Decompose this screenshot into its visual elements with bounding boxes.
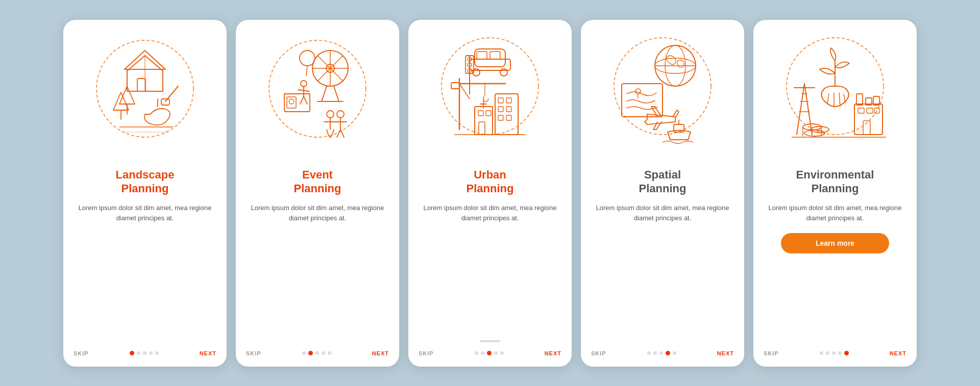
skip-button-spatial[interactable]: SKIP — [591, 350, 606, 356]
svg-line-42 — [306, 66, 307, 76]
card-body-landscape: Lorem ipsum dolor sit dim amet, mea regi… — [78, 203, 212, 224]
dot-4 — [494, 351, 498, 355]
dot-3 — [143, 351, 146, 355]
card-content-environmental: Environmental Planning Lorem ipsum dolor… — [753, 168, 917, 344]
illustration-spatial — [581, 20, 744, 168]
skip-button-event[interactable]: SKIP — [246, 350, 261, 356]
card-content-spatial: Spatial Planning Lorem ipsum dolor sit d… — [581, 168, 744, 344]
card-title-environmental: Environmental Planning — [796, 168, 874, 196]
next-button-spatial[interactable]: NEXT — [717, 350, 734, 356]
dot-2 — [308, 351, 313, 355]
skip-button-landscape[interactable]: SKIP — [74, 350, 89, 356]
next-button-landscape[interactable]: NEXT — [200, 350, 216, 356]
card-content-urban: Urban Planning Lorem ipsum dolor sit dim… — [408, 168, 572, 336]
card-content-event: Event Planning Lorem ipsum dolor sit dim… — [236, 168, 399, 344]
next-button-environmental[interactable]: NEXT — [890, 350, 906, 356]
svg-point-41 — [300, 50, 315, 66]
svg-point-38 — [327, 111, 334, 118]
svg-point-80 — [635, 89, 641, 94]
skip-button-urban[interactable]: SKIP — [419, 350, 434, 356]
card-body-event: Lorem ipsum dolor sit dim amet, mea regi… — [250, 203, 385, 224]
svg-point-28 — [301, 81, 307, 87]
card-title-landscape: Landscape Planning — [116, 168, 175, 196]
dot-2 — [653, 351, 657, 355]
dot-4 — [666, 351, 670, 355]
dot-3 — [315, 351, 319, 355]
card-urban: Urban Planning Lorem ipsum dolor sit dim… — [408, 20, 572, 367]
dot-5 — [500, 351, 504, 355]
svg-line-31 — [300, 96, 304, 104]
dot-1 — [820, 351, 823, 355]
svg-line-86 — [827, 94, 829, 103]
svg-point-27 — [289, 99, 294, 104]
svg-rect-95 — [867, 108, 873, 113]
svg-rect-66 — [506, 115, 511, 120]
card-title-urban: Urban Planning — [467, 168, 514, 196]
dots-environmental — [820, 351, 849, 355]
next-button-event[interactable]: NEXT — [372, 350, 389, 356]
illustration-event — [236, 20, 399, 168]
illustration-environmental — [753, 20, 917, 168]
dot-4 — [838, 351, 842, 355]
dot-4 — [322, 351, 325, 355]
card-body-environmental: Lorem ipsum dolor sit dim amet, mea regi… — [768, 203, 902, 224]
card-event: Event Planning Lorem ipsum dolor sit dim… — [236, 20, 399, 367]
next-button-urban[interactable]: NEXT — [545, 350, 561, 356]
svg-line-57 — [459, 84, 470, 99]
dot-3 — [487, 351, 492, 355]
dot-1 — [475, 351, 478, 355]
svg-rect-94 — [858, 108, 864, 113]
card-landscape: Landscape Planning Lorem ipsum dolor sit… — [63, 20, 227, 367]
dot-5 — [844, 351, 849, 355]
svg-rect-63 — [498, 107, 503, 112]
svg-rect-91 — [856, 94, 863, 105]
dot-1 — [647, 351, 651, 355]
svg-rect-61 — [498, 98, 503, 103]
svg-line-36 — [337, 130, 340, 137]
illustration-landscape — [63, 20, 227, 168]
card-title-event: Event Planning — [294, 168, 341, 196]
card-title-spatial: Spatial Planning — [639, 168, 687, 196]
card-body-urban: Lorem ipsum dolor sit dim amet, mea regi… — [423, 203, 557, 224]
card-content-landscape: Landscape Planning Lorem ipsum dolor sit… — [63, 168, 227, 344]
cards-container: Landscape Planning Lorem ipsum dolor sit… — [43, 5, 937, 382]
dots-urban — [475, 351, 504, 355]
dots-spatial — [647, 351, 676, 355]
svg-rect-59 — [451, 83, 459, 89]
dot-5 — [673, 351, 676, 355]
card-body-spatial: Lorem ipsum dolor sit dim amet, mea regi… — [595, 203, 730, 224]
svg-line-37 — [340, 130, 344, 137]
card-footer-event: SKIP NEXT — [236, 344, 399, 356]
dot-3 — [832, 351, 836, 355]
scroll-indicator-urban — [480, 340, 500, 342]
card-environmental: Environmental Planning Lorem ipsum dolor… — [753, 20, 917, 367]
dots-event — [302, 351, 331, 355]
svg-rect-69 — [478, 111, 483, 116]
dots-landscape — [130, 351, 159, 355]
dot-4 — [149, 351, 153, 355]
dot-2 — [826, 351, 829, 355]
svg-line-88 — [839, 93, 840, 107]
dot-5 — [328, 351, 331, 355]
card-footer-landscape: SKIP NEXT — [63, 344, 227, 356]
svg-rect-26 — [287, 97, 296, 108]
svg-line-21 — [322, 86, 327, 101]
svg-point-14 — [269, 40, 366, 137]
svg-rect-64 — [506, 107, 511, 112]
skip-button-environmental[interactable]: SKIP — [764, 350, 779, 356]
card-footer-spatial: SKIP NEXT — [581, 344, 744, 356]
dot-5 — [155, 351, 159, 355]
card-footer-urban: SKIP NEXT — [408, 344, 572, 356]
dot-2 — [481, 351, 484, 355]
svg-rect-49 — [490, 52, 500, 59]
svg-rect-62 — [506, 98, 511, 103]
svg-rect-68 — [479, 122, 485, 135]
illustration-urban — [408, 20, 572, 168]
svg-rect-70 — [486, 111, 491, 116]
dot-3 — [659, 351, 663, 355]
card-spatial: Spatial Planning Lorem ipsum dolor sit d… — [581, 20, 744, 367]
svg-rect-79 — [622, 84, 663, 117]
svg-rect-48 — [477, 52, 487, 59]
learn-more-button[interactable]: Learn more — [781, 233, 889, 253]
svg-rect-3 — [137, 79, 145, 91]
